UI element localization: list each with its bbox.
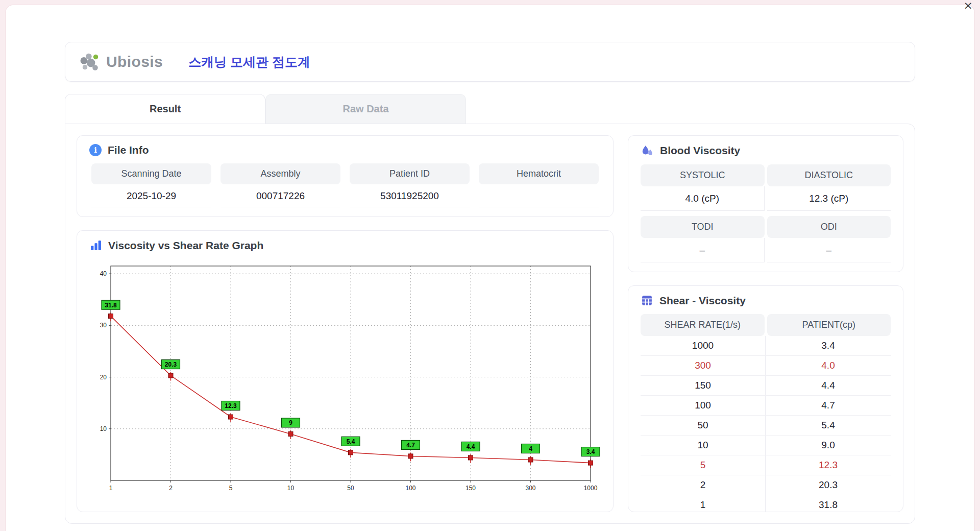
svg-text:1000: 1000 [584, 485, 598, 492]
graph-card: Viscosity vs Shear Rate Graph 1251050100… [77, 230, 614, 512]
shear-table-row: 3004.0 [641, 356, 891, 376]
bar-chart-icon [89, 239, 102, 252]
shear-table-row: 109.0 [641, 436, 891, 455]
shear-rate-cell: 150 [641, 376, 766, 395]
shear-rate-cell: 2 [641, 475, 766, 495]
field-value: 2025-10-29 [91, 184, 211, 207]
patient-cell: 4.0 [766, 356, 891, 375]
tab-result[interactable]: Result [65, 94, 265, 124]
patient-cell: 20.3 [766, 475, 891, 495]
svg-text:30: 30 [100, 322, 107, 329]
droplet-icon [641, 144, 654, 157]
shear-viscosity-title: Shear - Viscosity [659, 295, 746, 307]
todi-value: – [641, 238, 765, 262]
tab-result-label: Result [150, 103, 181, 115]
app-window: Ubiosis 스캐닝 모세관 점도계 Result Raw Data i Fi… [5, 5, 975, 531]
blood-viscosity-card: Blood Viscosity SYSTOLIC DIASTOLIC 4.0 (… [628, 135, 903, 272]
todi-header: TODI [641, 216, 765, 238]
svg-text:50: 50 [347, 485, 354, 492]
brand-logo: Ubiosis [80, 52, 163, 72]
svg-text:40: 40 [100, 270, 107, 277]
svg-text:2: 2 [169, 485, 173, 492]
graph-title: Viscosity vs Shear Rate Graph [108, 239, 263, 252]
shear-rate-cell: 300 [641, 356, 766, 375]
odi-value: – [767, 238, 891, 262]
shear-table-row: 1004.7 [641, 396, 891, 416]
app-title: 스캐닝 모세관 점도계 [188, 54, 310, 70]
shear-table-body: 10003.43004.01504.41004.7505.4109.0512.3… [641, 336, 891, 512]
field-value: 53011925200 [350, 184, 470, 207]
shear-table-row: 131.8 [641, 495, 891, 512]
shear-table-row: 512.3 [641, 455, 891, 475]
shear-table-row: 10003.4 [641, 336, 891, 356]
systolic-header: SYSTOLIC [641, 164, 765, 186]
shear-rate-cell: 1 [641, 495, 766, 512]
field-assembly: Assembly 000717226 [220, 163, 340, 207]
shear-viscosity-card: Shear - Viscosity SHEAR RATE(1/s) PATIEN… [628, 285, 903, 512]
left-column: i File Info Scanning Date 2025-10-29 Ass… [77, 135, 614, 512]
field-label: Scanning Date [91, 163, 211, 184]
file-info-fields: Scanning Date 2025-10-29 Assembly 000717… [89, 163, 601, 207]
svg-text:300: 300 [525, 485, 535, 492]
field-patient-id: Patient ID 53011925200 [350, 163, 470, 207]
odi-header: ODI [767, 216, 891, 238]
patient-cell: 5.4 [766, 416, 891, 435]
svg-text:31.8: 31.8 [105, 302, 117, 309]
viscosity-shear-rate-chart: 125105010015030010001020304031.820.312.3… [89, 259, 604, 499]
info-icon: i [89, 144, 102, 156]
svg-text:9: 9 [289, 419, 292, 426]
svg-text:3.4: 3.4 [586, 448, 595, 455]
shear-table-row: 1504.4 [641, 376, 891, 396]
patient-cell: 4.4 [766, 376, 891, 395]
field-value: 000717226 [220, 184, 340, 207]
field-hematocrit: Hematocrit [479, 163, 599, 207]
svg-text:4.4: 4.4 [467, 443, 475, 450]
svg-text:10: 10 [287, 485, 295, 492]
patient-column-header: PATIENT(cp) [767, 314, 891, 336]
systolic-value: 4.0 (cP) [641, 186, 765, 211]
table-icon [641, 294, 653, 307]
field-scanning-date: Scanning Date 2025-10-29 [91, 163, 211, 207]
shear-table-row: 505.4 [641, 416, 891, 436]
field-label: Hematocrit [479, 163, 599, 184]
right-column: Blood Viscosity SYSTOLIC DIASTOLIC 4.0 (… [628, 135, 903, 512]
blood-viscosity-grid: SYSTOLIC DIASTOLIC 4.0 (cP) 12.3 (cP) TO… [641, 164, 891, 262]
file-info-title: File Info [108, 144, 149, 156]
ubiosis-logo-icon [80, 52, 101, 72]
tab-bar: Result Raw Data [65, 94, 915, 124]
tab-raw-data[interactable]: Raw Data [265, 94, 466, 124]
result-panel: i File Info Scanning Date 2025-10-29 Ass… [65, 124, 915, 524]
patient-cell: 9.0 [766, 436, 891, 455]
patient-cell: 31.8 [766, 495, 891, 512]
window-close-icon[interactable]: × [964, 0, 973, 11]
svg-text:100: 100 [405, 485, 415, 492]
svg-text:150: 150 [465, 485, 476, 492]
brand-name: Ubiosis [106, 53, 163, 70]
patient-cell: 4.7 [766, 396, 891, 415]
tab-raw-data-label: Raw Data [342, 103, 388, 115]
svg-text:20: 20 [100, 374, 107, 381]
svg-text:5: 5 [229, 485, 233, 492]
app-header: Ubiosis 스캐닝 모세관 점도계 [65, 42, 915, 82]
svg-text:12.3: 12.3 [225, 402, 237, 409]
svg-text:4.7: 4.7 [406, 442, 415, 449]
shear-rate-cell: 10 [641, 436, 766, 455]
shear-table-header: SHEAR RATE(1/s) PATIENT(cp) [641, 314, 891, 336]
svg-text:4: 4 [529, 445, 532, 452]
svg-text:1: 1 [109, 485, 113, 492]
blood-viscosity-title: Blood Viscosity [660, 144, 740, 157]
patient-cell: 12.3 [766, 455, 891, 475]
svg-text:5.4: 5.4 [347, 438, 355, 445]
field-value [479, 184, 599, 207]
svg-text:10: 10 [100, 425, 107, 432]
diastolic-value: 12.3 (cP) [767, 186, 891, 211]
shear-rate-cell: 50 [641, 416, 766, 435]
shear-table-row: 220.3 [641, 475, 891, 495]
shear-rate-cell: 1000 [641, 336, 766, 355]
patient-cell: 3.4 [766, 336, 891, 355]
shear-rate-cell: 100 [641, 396, 766, 415]
file-info-card: i File Info Scanning Date 2025-10-29 Ass… [77, 135, 614, 217]
field-label: Patient ID [350, 163, 470, 184]
shear-rate-column-header: SHEAR RATE(1/s) [641, 314, 765, 336]
diastolic-header: DIASTOLIC [767, 164, 891, 186]
